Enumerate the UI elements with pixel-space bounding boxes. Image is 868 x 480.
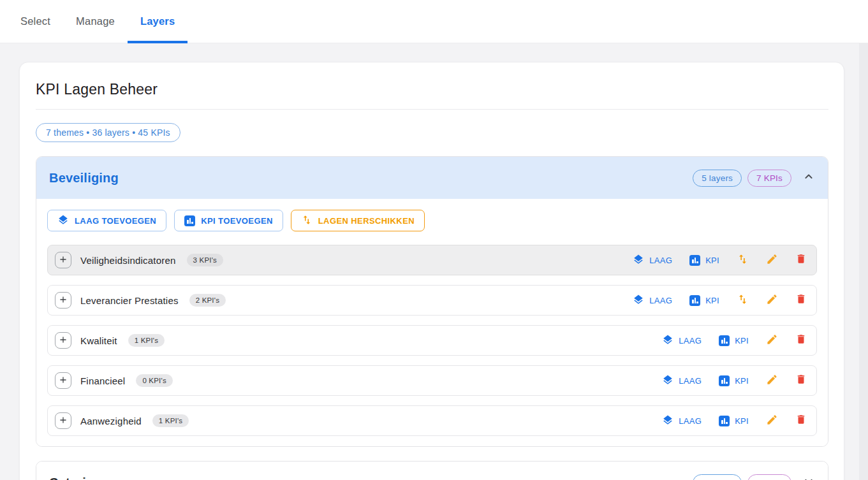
page-title: KPI Lagen Beheer: [36, 79, 828, 99]
row-kpi-label: KPI: [705, 296, 719, 305]
collapse-toggle[interactable]: [802, 475, 815, 480]
row-delete-button[interactable]: [795, 414, 807, 428]
layer-row[interactable]: Financieel 0 KPI's LAAG KPI: [47, 365, 817, 396]
row-add-layer-button[interactable]: LAAG: [633, 294, 672, 307]
row-delete-button[interactable]: [795, 333, 807, 347]
chevron-up-icon: [802, 170, 815, 185]
plus-icon: [59, 255, 68, 266]
row-add-layer-button[interactable]: LAAG: [662, 414, 702, 428]
row-delete-button[interactable]: [795, 374, 807, 388]
row-add-kpi-button[interactable]: KPI: [719, 375, 749, 386]
theme-header-catering[interactable]: Catering 7 layers 6 KPIs: [36, 462, 828, 480]
plus-icon: [59, 375, 68, 386]
row-add-kpi-button[interactable]: KPI: [689, 255, 719, 266]
tab-manage[interactable]: Manage: [76, 0, 115, 43]
kpi-count-badge: 1 KPI's: [128, 334, 165, 347]
row-add-kpi-button[interactable]: KPI: [719, 335, 749, 346]
scrollbar-track[interactable]: [859, 43, 868, 480]
row-add-kpi-button[interactable]: KPI: [719, 416, 749, 426]
expand-layer-button[interactable]: [55, 332, 71, 349]
trash-icon: [795, 293, 807, 307]
pencil-icon: [766, 374, 778, 388]
row-laag-label: LAAG: [679, 336, 702, 345]
bar-chart-icon: [719, 335, 730, 346]
row-kpi-label: KPI: [735, 376, 749, 386]
expand-layer-button[interactable]: [55, 372, 71, 389]
row-add-layer-button[interactable]: LAAG: [633, 254, 672, 267]
chevron-down-icon: [802, 475, 815, 480]
plus-icon: [59, 416, 68, 426]
layer-row[interactable]: Veiligheidsindicatoren 3 KPI's LAAG KPI: [47, 245, 817, 275]
expand-layer-button[interactable]: [55, 412, 71, 429]
row-edit-button[interactable]: [766, 333, 778, 348]
page-content: KPI Lagen Beheer 7 themes • 36 layers • …: [0, 43, 868, 480]
tab-select[interactable]: Select: [20, 0, 50, 43]
row-edit-button[interactable]: [766, 414, 778, 428]
layer-name: Leverancier Prestaties: [80, 295, 179, 306]
theme-header-beveiliging[interactable]: Beveiliging 5 layers 7 KPIs: [36, 157, 828, 199]
summary-badge: 7 themes • 36 layers • 45 KPIs: [36, 123, 180, 142]
kpi-count-badge: 3 KPI's: [187, 254, 223, 266]
row-reorder-button[interactable]: [737, 253, 749, 268]
trash-icon: [795, 414, 807, 428]
expand-layer-button[interactable]: [55, 252, 71, 268]
pencil-icon: [766, 333, 778, 348]
layer-row[interactable]: Aanwezigheid 1 KPI's LAAG KPI: [47, 405, 817, 436]
row-reorder-button[interactable]: [737, 293, 749, 308]
row-add-layer-button[interactable]: LAAG: [662, 374, 702, 388]
kpi-count-badge: 1 KPI's: [152, 414, 189, 427]
section-toolbar: LAAG TOEVOEGEN KPI TOEVOEGEN LAGEN HERSC…: [47, 210, 817, 231]
bar-chart-icon: [184, 215, 195, 226]
layer-name: Veiligheidsindicatoren: [80, 255, 176, 266]
bar-chart-icon: [719, 375, 730, 386]
row-add-layer-button[interactable]: LAAG: [662, 334, 702, 347]
swap-vertical-icon: [737, 253, 749, 268]
swap-vertical-icon: [737, 293, 749, 308]
layers-icon: [662, 414, 673, 428]
add-kpi-label: KPI TOEVOEGEN: [201, 216, 273, 226]
pencil-icon: [766, 293, 778, 308]
layer-row[interactable]: Kwaliteit 1 KPI's LAAG KPI: [47, 325, 817, 356]
kpis-count-badge: 7 KPIs: [747, 170, 791, 187]
row-laag-label: LAAG: [679, 416, 702, 426]
layer-name: Financieel: [80, 375, 125, 386]
layer-row[interactable]: Leverancier Prestaties 2 KPI's LAAG KPI: [47, 285, 817, 316]
row-kpi-label: KPI: [735, 336, 749, 345]
pencil-icon: [766, 414, 778, 428]
theme-name: Beveiliging: [49, 171, 119, 185]
collapse-toggle[interactable]: [802, 170, 815, 185]
row-laag-label: LAAG: [679, 376, 702, 386]
reorder-layers-label: LAGEN HERSCHIKKEN: [318, 216, 415, 226]
row-edit-button[interactable]: [766, 374, 778, 388]
layers-count-badge: 7 layers: [693, 474, 742, 480]
theme-name: Catering: [49, 476, 102, 480]
add-layer-label: LAAG TOEVOEGEN: [75, 216, 156, 226]
row-kpi-label: KPI: [705, 256, 719, 265]
layers-count-badge: 5 layers: [693, 170, 742, 187]
add-layer-button[interactable]: LAAG TOEVOEGEN: [47, 210, 166, 231]
layers-icon: [633, 254, 644, 267]
row-edit-button[interactable]: [766, 293, 778, 308]
add-kpi-button[interactable]: KPI TOEVOEGEN: [174, 210, 283, 231]
kpis-count-badge: 6 KPIs: [747, 474, 791, 480]
pencil-icon: [766, 253, 778, 268]
theme-body: LAAG TOEVOEGEN KPI TOEVOEGEN LAGEN HERSC…: [36, 199, 828, 446]
bar-chart-icon: [689, 295, 700, 306]
row-laag-label: LAAG: [649, 256, 672, 265]
trash-icon: [795, 333, 807, 347]
reorder-layers-button[interactable]: LAGEN HERSCHIKKEN: [291, 210, 425, 231]
swap-vertical-icon: [301, 214, 313, 228]
theme-section-beveiliging: Beveiliging 5 layers 7 KPIs: [36, 156, 828, 447]
row-laag-label: LAAG: [649, 296, 672, 305]
kpi-count-badge: 0 KPI's: [136, 374, 172, 387]
bar-chart-icon: [719, 416, 730, 426]
row-delete-button[interactable]: [795, 253, 807, 267]
top-tab-bar: Select Manage Layers: [0, 0, 868, 43]
row-add-kpi-button[interactable]: KPI: [689, 295, 719, 306]
tab-layers[interactable]: Layers: [140, 0, 175, 43]
expand-layer-button[interactable]: [55, 292, 71, 309]
trash-icon: [795, 253, 807, 267]
row-delete-button[interactable]: [795, 293, 807, 307]
layers-icon: [662, 334, 673, 347]
row-edit-button[interactable]: [766, 253, 778, 268]
